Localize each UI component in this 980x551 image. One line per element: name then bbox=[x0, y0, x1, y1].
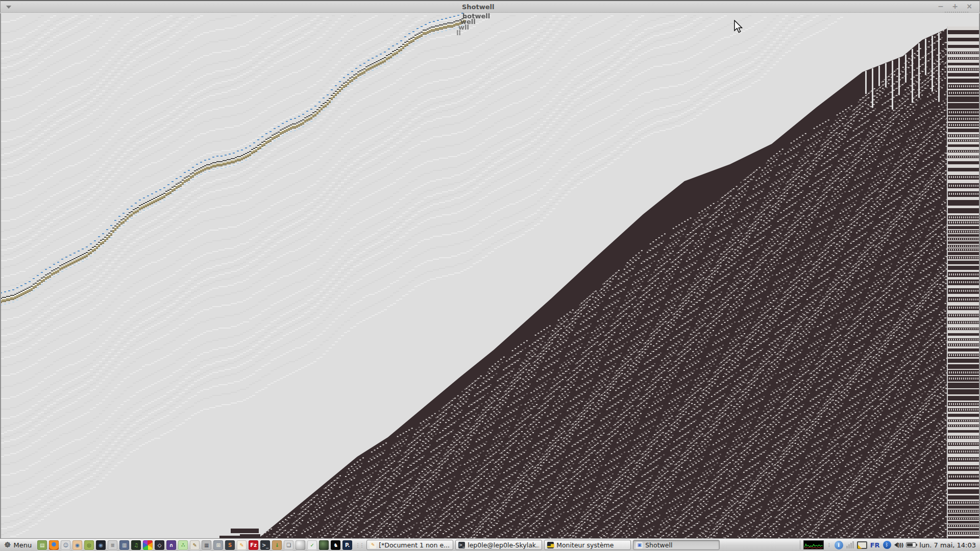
calculator-icon[interactable]: ⊞ bbox=[213, 540, 223, 550]
music-player-icon[interactable]: ♫ bbox=[131, 540, 141, 550]
menu-label: Menu bbox=[13, 541, 32, 549]
window-list: ✎[*Document 1 non e...>_lep0le@lep0le-Sk… bbox=[366, 540, 720, 550]
window-label: Shotwell bbox=[645, 541, 672, 549]
processing-icon[interactable]: P. bbox=[342, 540, 352, 550]
network-signal-icon[interactable] bbox=[846, 541, 854, 548]
cpu-graph-icon[interactable] bbox=[803, 540, 824, 549]
clock-check-app-icon[interactable]: ✓ bbox=[307, 540, 317, 550]
chat-icon[interactable]: ☺ bbox=[61, 540, 70, 550]
speaker-icon bbox=[894, 542, 898, 547]
terminal-icon[interactable]: >_ bbox=[260, 540, 270, 550]
launcher-strip: ▤☺◉◎◉≡▥♫◇∩∴✎▦⊞S✎Fz>_↓❏✓♞P. bbox=[37, 540, 352, 550]
terminal-window-icon: >_ bbox=[458, 542, 465, 548]
system-tray: ⋮ i ◣ FR ᛒ ))) lun. 7 mai, 14:03 bbox=[800, 540, 978, 549]
warning-icon: ◣ bbox=[858, 544, 862, 549]
molecules-app-icon[interactable]: ∴ bbox=[178, 540, 188, 550]
unity-icon[interactable]: ◇ bbox=[155, 540, 164, 550]
horse-app-icon[interactable]: ♞ bbox=[331, 540, 340, 550]
package-manager-icon[interactable]: ↓ bbox=[272, 540, 282, 550]
tray-dots: ⋮ bbox=[827, 542, 831, 547]
taskbar-window-terminal-window[interactable]: >_lep0le@lep0le-Skylak... bbox=[455, 540, 542, 550]
gear-icon: ☸ bbox=[4, 539, 11, 551]
desktop: hotwellwellwllll Shotwell − + × ☸ Menu ▤… bbox=[0, 0, 980, 551]
headphones-app-icon[interactable]: ∩ bbox=[166, 540, 176, 550]
volume-icon[interactable]: ))) bbox=[894, 542, 903, 548]
sublime-text-icon[interactable]: S bbox=[225, 540, 235, 550]
menu-button[interactable]: ☸ Menu bbox=[2, 539, 35, 551]
window-menu-icon[interactable] bbox=[6, 6, 11, 9]
green-swirl-app-icon[interactable]: ◎ bbox=[84, 540, 94, 550]
battery-icon[interactable] bbox=[906, 542, 916, 547]
photo-pinwheel-app-icon[interactable] bbox=[143, 540, 153, 550]
screenshot-tool-icon[interactable]: ❏ bbox=[284, 540, 293, 550]
document-icon: ✎ bbox=[370, 542, 376, 548]
bluetooth-icon[interactable]: ᛒ bbox=[883, 541, 891, 549]
window-label: lep0le@lep0le-Skylak... bbox=[468, 541, 539, 549]
shotwell-window[interactable]: hotwellwellwllll Shotwell − + × bbox=[0, 0, 980, 538]
text-editor-icon[interactable]: ✎ bbox=[237, 540, 247, 550]
pen-app-icon[interactable]: ✎ bbox=[190, 540, 200, 550]
mouse-cursor bbox=[734, 20, 743, 33]
keyboard-layout-indicator[interactable]: FR bbox=[870, 541, 880, 549]
show-desktop-icon[interactable]: ▤ bbox=[37, 540, 47, 550]
orb-app-icon[interactable] bbox=[296, 540, 305, 550]
minimize-button[interactable]: − bbox=[936, 2, 946, 11]
window-label: Moniteur système bbox=[556, 541, 614, 549]
window-title: Shotwell bbox=[462, 3, 495, 11]
titlebar[interactable]: Shotwell − + × bbox=[0, 0, 980, 13]
system-monitor-icon: ▂▅ bbox=[547, 542, 554, 548]
close-button[interactable]: × bbox=[964, 2, 974, 11]
firefox-icon[interactable] bbox=[49, 540, 59, 550]
midi-device-app-icon[interactable]: ▦ bbox=[202, 540, 211, 550]
clock[interactable]: lun. 7 mai, 14:03 bbox=[919, 541, 976, 549]
window-controls: − + × bbox=[936, 2, 974, 11]
tray-divider bbox=[800, 540, 800, 549]
glitch-artifact-canvas bbox=[0, 0, 980, 538]
maximize-button[interactable]: + bbox=[950, 2, 960, 11]
taskbar: ☸ Menu ▤☺◉◎◉≡▥♫◇∩∴✎▦⊞S✎Fz>_↓❏✓♞P. ⋮⋮ ✎[*… bbox=[0, 538, 980, 551]
taskbar-window-shotwell[interactable]: ▣Shotwell bbox=[633, 540, 720, 550]
titlebar-grip-dots bbox=[945, 12, 968, 13]
image-viewer-eye-icon[interactable]: ◉ bbox=[72, 540, 82, 550]
dark-lens-app-icon[interactable] bbox=[319, 540, 329, 550]
file-drawer-app-icon[interactable]: ≡ bbox=[108, 540, 117, 550]
filezilla-icon[interactable]: Fz bbox=[249, 540, 258, 550]
window-label: [*Document 1 non e... bbox=[379, 541, 450, 549]
taskbar-window-system-monitor[interactable]: ▂▅Moniteur système bbox=[544, 540, 631, 550]
update-manager-icon[interactable]: i bbox=[835, 541, 843, 549]
window-list-handle[interactable]: ⋮⋮ bbox=[354, 542, 364, 548]
taskbar-window-document[interactable]: ✎[*Document 1 non e... bbox=[366, 540, 453, 550]
display-settings-icon[interactable]: ◣ bbox=[857, 541, 867, 549]
shotwell-icon: ▣ bbox=[636, 542, 643, 548]
film-strip-app-icon[interactable]: ▥ bbox=[119, 540, 129, 550]
camera-lens-app-icon[interactable]: ◉ bbox=[96, 540, 106, 550]
